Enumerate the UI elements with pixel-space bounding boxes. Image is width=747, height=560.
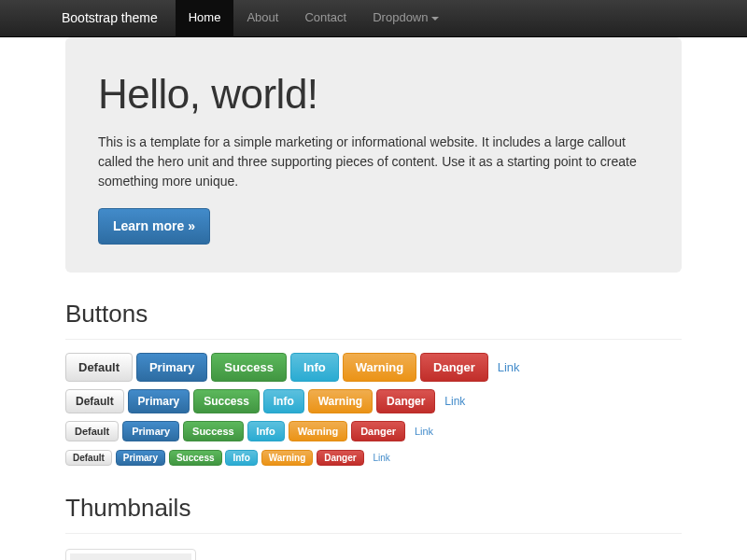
thumbnail-placeholder: 200x200 [70,553,191,560]
btn-default-sm[interactable]: Default [65,421,119,441]
thumbnails-heading: Thumbnails [65,491,682,525]
btn-info-sm[interactable]: Info [247,421,285,441]
btn-warning-md[interactable]: Warning [308,389,374,413]
button-row-sm: Default Primary Success Info Warning Dan… [65,421,682,441]
btn-info-md[interactable]: Info [263,389,304,413]
btn-link-md[interactable]: Link [439,390,474,413]
btn-primary-md[interactable]: Primary [128,389,190,413]
btn-danger-md[interactable]: Danger [376,389,435,413]
btn-default-xs[interactable]: Default [65,450,112,466]
btn-primary-sm[interactable]: Primary [122,421,179,441]
btn-danger-xs[interactable]: Danger [317,450,363,466]
btn-success-lg[interactable]: Success [211,353,287,382]
navbar: Bootstrap theme Home About Contact Dropd… [0,0,747,37]
btn-warning-sm[interactable]: Warning [289,421,348,441]
caret-down-icon [431,17,439,21]
nav-contact[interactable]: Contact [291,0,359,37]
jumbotron-text: This is a template for a simple marketin… [98,133,649,191]
btn-primary-xs[interactable]: Primary [116,450,165,466]
btn-success-sm[interactable]: Success [183,421,244,441]
nav-dropdown[interactable]: Dropdown [359,0,452,37]
nav-about[interactable]: About [233,0,291,37]
btn-link-sm[interactable]: Link [409,422,442,441]
navbar-brand[interactable]: Bootstrap theme [62,9,172,28]
nav-dropdown-label: Dropdown [373,9,428,26]
buttons-header: Buttons [65,297,682,339]
buttons-heading: Buttons [65,297,682,330]
btn-primary-lg[interactable]: Primary [136,353,207,382]
button-row-xs: Default Primary Success Info Warning Dan… [65,449,682,468]
button-row-md: Default Primary Success Info Warning Dan… [65,389,682,413]
learn-more-button[interactable]: Learn more » [98,208,210,245]
btn-default-lg[interactable]: Default [65,353,133,382]
jumbotron-heading: Hello, world! [98,65,649,123]
button-row-lg: Default Primary Success Info Warning Dan… [65,353,682,382]
btn-link-lg[interactable]: Link [492,354,532,381]
btn-info-xs[interactable]: Info [225,450,257,466]
btn-default-md[interactable]: Default [65,389,124,413]
btn-danger-sm[interactable]: Danger [351,421,405,441]
btn-success-md[interactable]: Success [193,389,260,413]
nav-home[interactable]: Home [176,0,234,37]
btn-warning-lg[interactable]: Warning [343,353,417,382]
btn-success-xs[interactable]: Success [169,450,222,466]
thumbnails-header: Thumbnails [65,491,682,533]
btn-danger-lg[interactable]: Danger [420,353,488,382]
thumbnail[interactable]: 200x200 [65,549,196,560]
btn-info-lg[interactable]: Info [290,353,339,382]
btn-link-xs[interactable]: Link [368,451,397,465]
btn-warning-xs[interactable]: Warning [261,450,314,466]
jumbotron: Hello, world! This is a template for a s… [65,37,682,273]
